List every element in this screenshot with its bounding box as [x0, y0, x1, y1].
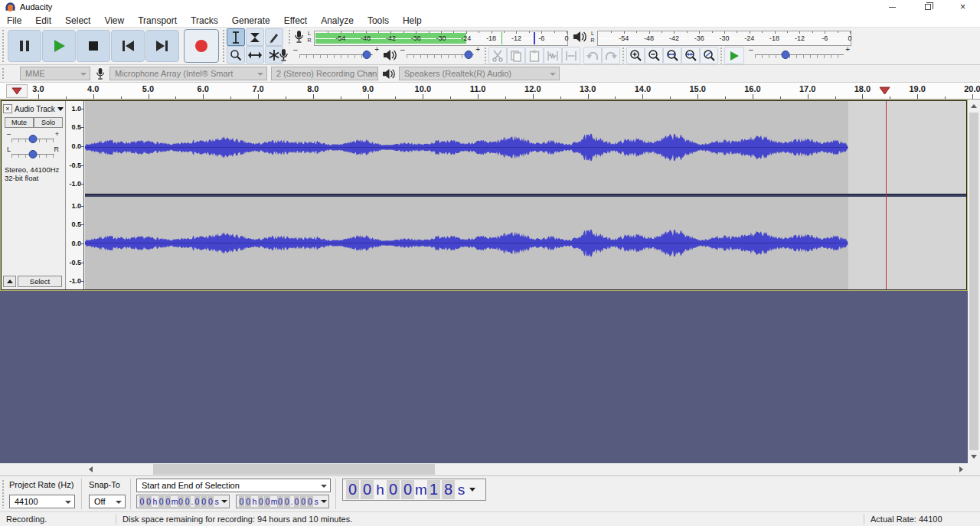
- gain-slider-thumb[interactable]: [29, 135, 38, 143]
- gain-slider[interactable]: – +: [5, 132, 60, 145]
- play-at-speed-button[interactable]: [724, 47, 744, 64]
- time-shift-tool-button[interactable]: [246, 46, 264, 64]
- selection-tool-button[interactable]: [227, 28, 245, 46]
- scroll-left-button[interactable]: [84, 463, 97, 475]
- stop-button[interactable]: [77, 30, 110, 62]
- zoom-toolbar-grip[interactable]: [622, 47, 625, 64]
- skip-to-end-button[interactable]: [145, 30, 179, 62]
- minimize-button[interactable]: [875, 0, 910, 14]
- device-toolbar-grip[interactable]: [2, 67, 5, 80]
- envelope-tool-button[interactable]: [246, 28, 264, 46]
- scroll-up-arrow-icon[interactable]: [971, 104, 977, 108]
- paste-button[interactable]: [525, 47, 544, 64]
- track-waveform-area[interactable]: [85, 101, 966, 289]
- recording-channels-select[interactable]: 2 (Stereo) Recording Chann: [271, 67, 378, 80]
- scroll-right-button[interactable]: [955, 463, 968, 475]
- redo-button[interactable]: [602, 47, 620, 64]
- chevron-down-icon[interactable]: [321, 500, 327, 503]
- fit-project-button[interactable]: [681, 47, 700, 64]
- play-speed-thumb[interactable]: [781, 51, 789, 59]
- silence-audio-button[interactable]: [562, 47, 580, 64]
- menu-item-select[interactable]: Select: [58, 14, 97, 28]
- snap-to-select[interactable]: Off: [89, 495, 126, 508]
- collapse-track-button[interactable]: [3, 276, 16, 287]
- scroll-down-arrow-icon[interactable]: [971, 455, 977, 459]
- menu-item-generate[interactable]: Generate: [225, 14, 277, 28]
- pan-slider-thumb[interactable]: [29, 150, 38, 158]
- recording-device-select[interactable]: Microphone Array (Intel® Smart: [109, 67, 267, 80]
- audio-position-display[interactable]: 00h00m18s: [342, 479, 486, 501]
- restore-button[interactable]: [910, 0, 945, 14]
- edit-toolbar-grip[interactable]: [484, 47, 487, 64]
- selection-end-field[interactable]: 00h00m00.000s: [236, 495, 329, 508]
- menu-item-help[interactable]: Help: [396, 14, 429, 28]
- zoom-out-button[interactable]: [645, 47, 663, 64]
- selection-toolbar-grip[interactable]: [2, 479, 5, 508]
- vertical-ruler-label: 0.5: [71, 123, 81, 131]
- chevron-down-icon: [321, 485, 327, 488]
- pan-slider[interactable]: L R: [5, 147, 60, 161]
- record-button[interactable]: [184, 29, 219, 63]
- selection-mode-select[interactable]: Start and End of Selection: [136, 479, 331, 492]
- vertical-scrollbar[interactable]: [968, 100, 980, 463]
- track-select-button[interactable]: Select: [18, 276, 62, 287]
- recording-volume-thumb[interactable]: [363, 51, 371, 59]
- zoom-in-button[interactable]: [626, 47, 645, 64]
- zoom-tool-button[interactable]: [227, 46, 245, 64]
- play-speed-slider[interactable]: –+: [749, 47, 850, 61]
- draw-tool-button[interactable]: [265, 28, 283, 46]
- menu-item-effect[interactable]: Effect: [277, 14, 314, 28]
- channel-left-lane[interactable]: [85, 101, 966, 194]
- chevron-down-icon[interactable]: [221, 500, 227, 503]
- trim-audio-button[interactable]: [544, 47, 562, 64]
- solo-button[interactable]: Solo: [34, 117, 63, 128]
- horizontal-scrollbar[interactable]: [0, 463, 980, 475]
- play-at-speed-grip[interactable]: [720, 47, 723, 64]
- mute-button[interactable]: Mute: [5, 117, 34, 128]
- pause-button[interactable]: [8, 30, 41, 62]
- pinned-play-head-button[interactable]: [6, 84, 28, 98]
- transport-toolbar-grip[interactable]: [2, 29, 5, 64]
- copy-button[interactable]: [507, 47, 525, 64]
- playback-volume-slider[interactable]: –+: [400, 47, 480, 61]
- menu-item-tools[interactable]: Tools: [361, 14, 396, 28]
- chevron-down-icon[interactable]: [469, 488, 475, 492]
- menu-item-tracks[interactable]: Tracks: [184, 14, 225, 28]
- recording-meter[interactable]: -54-48-42-36-30-24-18-12-60: [314, 31, 568, 46]
- track-menu-chevron-icon[interactable]: [57, 107, 64, 111]
- audio-host-select[interactable]: MME: [20, 67, 90, 80]
- vertical-ruler[interactable]: 1.00.50.0-0.5-1.01.00.50.0-0.5-1.0: [67, 101, 84, 289]
- selection-start-field[interactable]: 00h00m00.000s: [136, 495, 230, 508]
- selection-tool-icon: [230, 31, 241, 44]
- menu-item-view[interactable]: View: [97, 14, 131, 28]
- vertical-ruler-label: -1.0: [69, 180, 81, 188]
- recording-playhead-icon[interactable]: [879, 87, 890, 95]
- waveform-right: [85, 197, 848, 289]
- skip-to-start-button[interactable]: [111, 30, 145, 62]
- menu-item-transport[interactable]: Transport: [131, 14, 184, 28]
- playback-meter[interactable]: -54-48-42-36-30-24-18-12-60: [597, 31, 851, 46]
- timeline-label: 9.0: [362, 84, 374, 93]
- playback-volume-thumb[interactable]: [465, 51, 473, 59]
- track-close-button[interactable]: ×: [3, 104, 12, 113]
- menu-item-edit[interactable]: Edit: [28, 14, 58, 28]
- horizontal-scrollbar-thumb[interactable]: [153, 464, 435, 475]
- project-rate-select[interactable]: 44100: [9, 495, 75, 508]
- timeline-ruler[interactable]: 3.04.05.06.07.08.09.010.011.012.013.014.…: [0, 83, 980, 100]
- close-button[interactable]: ×: [946, 0, 980, 14]
- tools-toolbar-grip[interactable]: [222, 29, 225, 64]
- vertical-scrollbar-thumb[interactable]: [969, 113, 978, 450]
- recording-meter-grip[interactable]: [288, 29, 291, 44]
- fit-selection-button[interactable]: [663, 47, 681, 64]
- recording-volume-slider[interactable]: –+: [293, 47, 379, 61]
- play-button[interactable]: [42, 30, 76, 62]
- menu-item-analyze[interactable]: Analyze: [314, 14, 361, 28]
- playback-device-select[interactable]: Speakers (Realtek(R) Audio): [399, 67, 560, 80]
- track-title[interactable]: Audio Track: [15, 105, 55, 113]
- cut-button[interactable]: [488, 47, 507, 64]
- meter-scale-label: -30: [436, 34, 446, 42]
- undo-button[interactable]: [583, 47, 602, 64]
- menu-item-file[interactable]: File: [0, 14, 28, 28]
- channel-right-lane[interactable]: [85, 197, 966, 289]
- zoom-toggle-button[interactable]: [700, 47, 718, 64]
